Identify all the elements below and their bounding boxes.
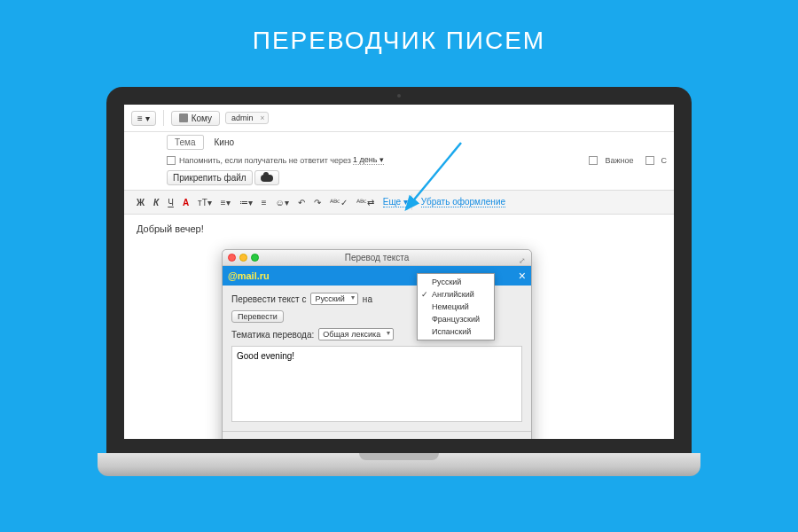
dialog-close-icon[interactable]: ×	[519, 269, 526, 283]
important-label: Важное	[605, 156, 633, 165]
topic-select[interactable]: Общая лексика	[318, 328, 394, 340]
chip-remove-icon[interactable]: ×	[260, 113, 264, 122]
compose-body[interactable]: Добрый вечер!	[124, 215, 674, 243]
source-lang-select[interactable]: Русский	[310, 293, 357, 305]
redo-button[interactable]: ↷	[310, 196, 325, 209]
lang-option[interactable]: Немецкий	[418, 301, 494, 313]
recipient-chip[interactable]: admin ×	[225, 112, 269, 124]
indent-button[interactable]: ≡	[258, 196, 270, 209]
spellcheck-button[interactable]: ᴬᴮᶜ✓	[326, 196, 351, 209]
translation-result-textarea[interactable]	[231, 346, 522, 422]
page-title: ПЕРЕВОДЧИК ПИСЕМ	[0, 0, 798, 55]
emoji-button[interactable]: ☺▾	[272, 196, 293, 209]
translate-button[interactable]: ᴬᴮᶜ⇄	[353, 196, 378, 209]
text-color-button[interactable]: А	[179, 196, 192, 209]
laptop-base	[98, 453, 700, 476]
translate-action-button[interactable]: Перевести	[231, 310, 284, 323]
to-label: Кому	[192, 113, 212, 123]
close-traffic-icon[interactable]	[228, 254, 236, 262]
subject-label: Тема	[167, 135, 204, 150]
subject-input[interactable]: Кино	[209, 136, 240, 149]
to-label: на	[363, 294, 372, 304]
dialog-footer: ©Перевод обеспечивает Translate.Ru Сохра…	[223, 431, 531, 439]
subject-row: Тема Кино	[124, 132, 674, 153]
recipient-text: admin	[231, 113, 254, 122]
lang-option[interactable]: Английский	[418, 288, 494, 301]
bold-button[interactable]: Ж	[133, 196, 148, 209]
clear-formatting-button[interactable]: Убрать оформление	[421, 197, 505, 207]
lang-option[interactable]: Французский	[418, 313, 494, 325]
remind-days-dropdown[interactable]: 1 день ▾	[353, 155, 384, 165]
lang-option[interactable]: Испанский	[418, 325, 494, 338]
lang-option[interactable]: Русский	[418, 276, 494, 288]
font-size-button[interactable]: тТ▾	[194, 196, 215, 209]
remind-text: Напомнить, если получатель не ответит че…	[179, 156, 351, 165]
laptop-frame: ≡ ▾ Кому admin × Тема Кино Напомнить,	[106, 87, 692, 455]
screen: ≡ ▾ Кому admin × Тема Кино Напомнить,	[124, 105, 674, 439]
minimize-traffic-icon[interactable]	[239, 254, 247, 262]
remind-checkbox[interactable]	[167, 156, 176, 165]
zoom-traffic-icon[interactable]	[251, 254, 259, 262]
compose-header-row: ≡ ▾ Кому admin ×	[124, 105, 674, 132]
important-checkbox[interactable]	[589, 156, 598, 165]
topic-label: Тематика перевода:	[231, 330, 314, 340]
dialog-titlebar[interactable]: Перевод текста ⤢	[223, 250, 531, 266]
target-lang-dropdown-menu: Русский Английский Немецкий Французский …	[417, 273, 495, 340]
traffic-lights	[228, 254, 259, 262]
underline-button[interactable]: Ч	[164, 196, 177, 209]
separator	[163, 110, 164, 126]
extra-checkbox[interactable]	[645, 156, 654, 165]
attach-file-button[interactable]: Прикрепить файл	[167, 170, 253, 185]
dialog-title: Перевод текста	[345, 253, 410, 262]
attach-cloud-button[interactable]	[254, 170, 279, 185]
cloud-icon	[261, 175, 273, 182]
attach-row: Прикрепить файл	[124, 170, 674, 190]
list-button[interactable]: ≔▾	[236, 196, 256, 209]
avatar-icon	[179, 113, 188, 122]
hamburger-button[interactable]: ≡ ▾	[131, 111, 156, 126]
laptop-notch	[359, 453, 439, 460]
remind-row: Напомнить, если получатель не ответит че…	[124, 153, 674, 170]
undo-button[interactable]: ↶	[294, 196, 309, 209]
to-button[interactable]: Кому	[171, 111, 220, 126]
separator	[411, 194, 412, 210]
laptop-mockup: ≡ ▾ Кому admin × Тема Кино Напомнить,	[98, 87, 700, 495]
extra-label-cut: С	[661, 156, 668, 165]
italic-button[interactable]: К	[150, 196, 162, 209]
editor-toolbar: Ж К Ч А тТ▾ ≡▾ ≔▾ ≡ ☺▾ ↶ ↷ ᴬᴮᶜ✓ ᴬᴮᶜ⇄ Еще…	[124, 190, 674, 215]
translate-from-label: Перевести текст с	[231, 294, 306, 304]
align-button[interactable]: ≡▾	[217, 196, 234, 209]
more-button[interactable]: Еще ▾	[383, 197, 408, 207]
camera-dot	[397, 94, 401, 98]
mailru-logo: @mail.ru	[228, 270, 270, 281]
